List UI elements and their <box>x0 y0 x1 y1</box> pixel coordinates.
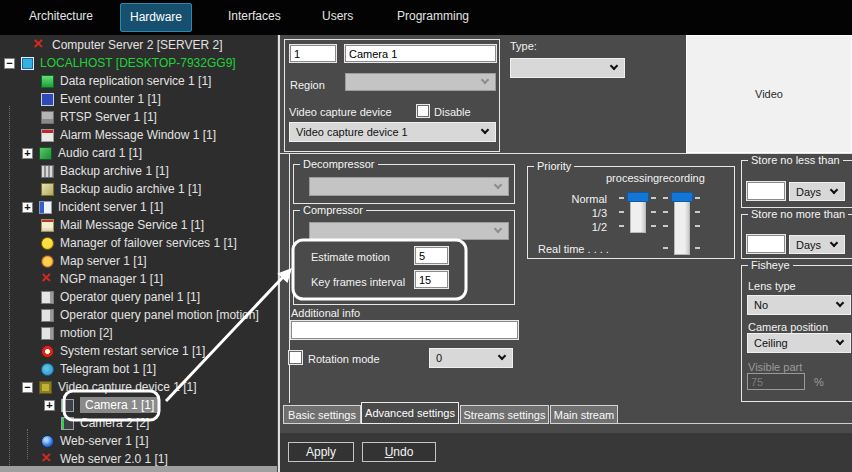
tab-main-stream[interactable]: Main stream <box>550 405 618 424</box>
hand-icon <box>41 291 54 304</box>
tree-item-label[interactable]: Backup audio archive 1 [1] <box>60 182 201 196</box>
disable-checkbox[interactable] <box>417 105 429 117</box>
tree-item-label[interactable]: motion [2] <box>60 326 113 340</box>
tree-row[interactable]: NGP manager 1 [1] <box>0 270 277 288</box>
type-dropdown[interactable] <box>510 58 625 78</box>
tab-advanced-settings[interactable]: Advanced settings <box>361 402 459 424</box>
tree-row[interactable]: +Incident server 1 [1] <box>0 198 277 216</box>
apply-button[interactable]: Apply <box>288 442 354 462</box>
tree-item-label[interactable]: LOCALHOST [DESKTOP-7932GG9] <box>40 56 236 70</box>
tree-item-label[interactable]: Manager of failover services 1 [1] <box>60 236 237 250</box>
tree-item-label[interactable]: Operator query panel 1 [1] <box>60 290 200 304</box>
tree-item-label[interactable]: Backup archive 1 [1] <box>60 164 169 178</box>
nav-tab-interfaces[interactable]: Interfaces <box>228 9 281 23</box>
tree-item-label[interactable]: Computer Server 2 [SERVER 2] <box>52 38 223 52</box>
camera-name-input[interactable]: Camera 1 <box>345 45 496 62</box>
region-label: Region <box>290 79 325 91</box>
tree-row[interactable]: Telegram bot 1 [1] <box>0 360 277 378</box>
tree-item-label[interactable]: Data replication service 1 [1] <box>60 74 211 88</box>
tree-row[interactable]: +Audio card 1 [1] <box>0 144 277 162</box>
tree-row[interactable]: −LOCALHOST [DESKTOP-7932GG9] <box>0 54 277 72</box>
tree-row[interactable]: +Camera 1 [1] <box>0 396 277 414</box>
tree-row[interactable]: System restart service 1 [1] <box>0 342 277 360</box>
processing-slider-thumb[interactable] <box>627 192 649 202</box>
estimate-motion-input[interactable]: 5 <box>415 247 448 264</box>
camera-id-input[interactable]: 1 <box>290 45 336 62</box>
video-capture-device-dropdown[interactable]: Video capture device 1 <box>289 122 496 142</box>
tree-row[interactable]: Event counter 1 [1] <box>0 90 277 108</box>
tree-item-label[interactable]: Alarm Message Window 1 [1] <box>60 128 216 142</box>
tree-item-label[interactable]: Camera 2 [2] <box>80 416 149 430</box>
rotation-mode-checkbox[interactable] <box>289 351 302 364</box>
region-dropdown[interactable] <box>345 73 496 91</box>
slider-tick <box>619 211 624 213</box>
decompressor-dropdown[interactable] <box>309 177 509 196</box>
store-no-more-title: Store no more than <box>748 208 848 220</box>
video-preview-label: Video <box>755 88 783 100</box>
undo-button-label: Undo <box>385 445 414 459</box>
store-no-less-unit-dropdown[interactable]: Days <box>789 182 845 201</box>
tab-basic-settings[interactable]: Basic settings <box>283 405 361 424</box>
tree-item-label[interactable]: Event counter 1 [1] <box>60 92 161 106</box>
hand-icon <box>41 327 54 340</box>
tree-row[interactable]: Data replication service 1 [1] <box>0 72 277 90</box>
store-no-less-input[interactable] <box>747 182 785 200</box>
undo-button[interactable]: Undo <box>362 442 436 462</box>
red-x-icon <box>33 39 46 52</box>
recording-slider-track[interactable] <box>674 193 690 255</box>
store-no-more-input[interactable] <box>747 235 785 253</box>
tree-item-label[interactable]: Telegram bot 1 [1] <box>60 362 156 376</box>
nav-tab-users[interactable]: Users <box>322 9 353 23</box>
tree-row[interactable]: motion [2] <box>0 324 277 342</box>
tree-item-label[interactable]: Web-server 1 [1] <box>60 434 148 448</box>
tab-streams-settings[interactable]: Streams settings <box>460 405 549 424</box>
tree-item-label[interactable]: Video capture device 1 [1] <box>58 380 197 394</box>
tree-row[interactable]: Operator query panel motion [motion] <box>0 306 277 324</box>
nav-tab-programming[interactable]: Programming <box>397 9 469 23</box>
expand-icon[interactable]: + <box>22 202 33 213</box>
tree-item-label[interactable]: Map server 1 [1] <box>60 254 147 268</box>
tree-item-label[interactable]: NGP manager 1 [1] <box>60 272 163 286</box>
tree-row[interactable]: Backup audio archive 1 [1] <box>0 180 277 198</box>
tree-row[interactable]: Operator query panel 1 [1] <box>0 288 277 306</box>
chevron-down-icon <box>481 76 489 84</box>
chevron-down-icon <box>836 337 844 345</box>
tree-row[interactable]: Computer Server 2 [SERVER 2] <box>0 36 277 54</box>
tree-item-label[interactable]: Web server 2.0 1 [1] <box>60 452 168 466</box>
application-window: ArchitectureHardwareInterfacesUsersProgr… <box>0 0 852 472</box>
chevron-down-icon <box>498 352 506 360</box>
tree-horizontal-scrollbar[interactable] <box>0 466 277 472</box>
rotation-mode-dropdown[interactable]: 0 <box>429 348 513 368</box>
nav-tab-hardware[interactable]: Hardware <box>120 3 192 32</box>
compressor-dropdown[interactable] <box>309 222 509 240</box>
tree-row[interactable]: RTSP Server 1 [1] <box>0 108 277 126</box>
tree-row[interactable]: Manager of failover services 1 [1] <box>0 234 277 252</box>
tree-row[interactable]: Mail Message Service 1 [1] <box>0 216 277 234</box>
panel-left-edge <box>278 35 280 472</box>
tree-item-label[interactable]: Mail Message Service 1 [1] <box>60 218 204 232</box>
camera-position-dropdown[interactable]: Ceiling <box>747 333 851 353</box>
lens-type-dropdown[interactable]: No <box>747 295 851 315</box>
additional-info-input[interactable] <box>291 321 518 339</box>
key-frames-interval-input[interactable]: 15 <box>415 271 448 288</box>
recording-slider-thumb[interactable] <box>671 192 693 202</box>
tree-item-label[interactable]: Incident server 1 [1] <box>58 200 163 214</box>
tree-item-label[interactable]: RTSP Server 1 [1] <box>60 110 157 124</box>
tree-row[interactable]: −Video capture device 1 [1] <box>0 378 277 396</box>
fisheye-title: Fisheye <box>748 259 793 271</box>
globe-icon <box>41 435 54 448</box>
tree-row[interactable]: Camera 2 [2] <box>0 414 277 432</box>
collapse-icon[interactable]: − <box>4 58 15 69</box>
camera-icon <box>61 399 74 412</box>
tree-item-label[interactable]: Camera 1 [1] <box>80 397 159 413</box>
tree-item-label[interactable]: Operator query panel motion [motion] <box>60 308 259 322</box>
tree-item-label[interactable]: Audio card 1 [1] <box>58 146 142 160</box>
nav-tab-architecture[interactable]: Architecture <box>29 9 93 23</box>
collapse-icon[interactable]: − <box>22 382 33 393</box>
tree-item-label[interactable]: System restart service 1 [1] <box>60 344 205 358</box>
expand-icon[interactable]: + <box>22 148 33 159</box>
tree-row[interactable]: Backup archive 1 [1] <box>0 162 277 180</box>
expand-icon[interactable]: + <box>44 400 55 411</box>
store-no-more-unit-dropdown[interactable]: Days <box>789 235 845 254</box>
tree-row[interactable]: Alarm Message Window 1 [1] <box>0 126 277 144</box>
